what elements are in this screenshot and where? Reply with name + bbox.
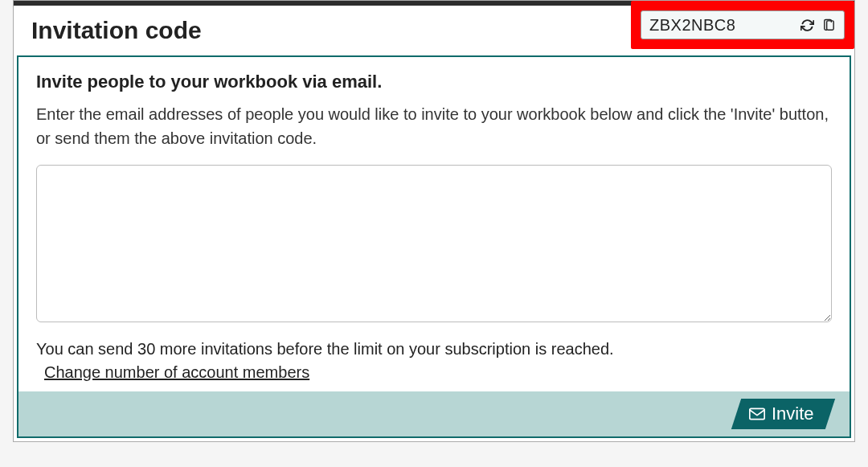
copy-icon[interactable]: [822, 18, 836, 32]
change-members-link[interactable]: Change number of account members: [44, 363, 309, 382]
invitation-code-field: ZBX2NBC8: [641, 10, 845, 39]
svg-rect-1: [750, 408, 764, 419]
envelope-icon: [749, 408, 765, 420]
code-action-icons: [800, 18, 836, 32]
invite-subheading: Invite people to your workbook via email…: [36, 72, 832, 92]
svg-rect-0: [827, 20, 834, 29]
invite-description: Enter the email addresses of people you …: [36, 102, 832, 150]
invite-panel: Invite people to your workbook via email…: [17, 55, 851, 391]
invite-button-label: Invite: [772, 404, 814, 424]
refresh-icon[interactable]: [800, 18, 814, 32]
email-addresses-input[interactable]: [36, 165, 832, 322]
header-row: Invitation code ZBX2NBC8: [14, 6, 854, 55]
invitation-limit-text: You can send 30 more invitations before …: [36, 340, 832, 358]
footer-bar: Invite: [17, 391, 851, 438]
invite-button[interactable]: Invite: [731, 399, 835, 429]
invitation-code-highlight: ZBX2NBC8: [631, 1, 854, 49]
invitation-window: Invitation code ZBX2NBC8: [13, 0, 855, 442]
invitation-code-value: ZBX2NBC8: [649, 16, 794, 35]
page-title: Invitation code: [31, 17, 202, 44]
